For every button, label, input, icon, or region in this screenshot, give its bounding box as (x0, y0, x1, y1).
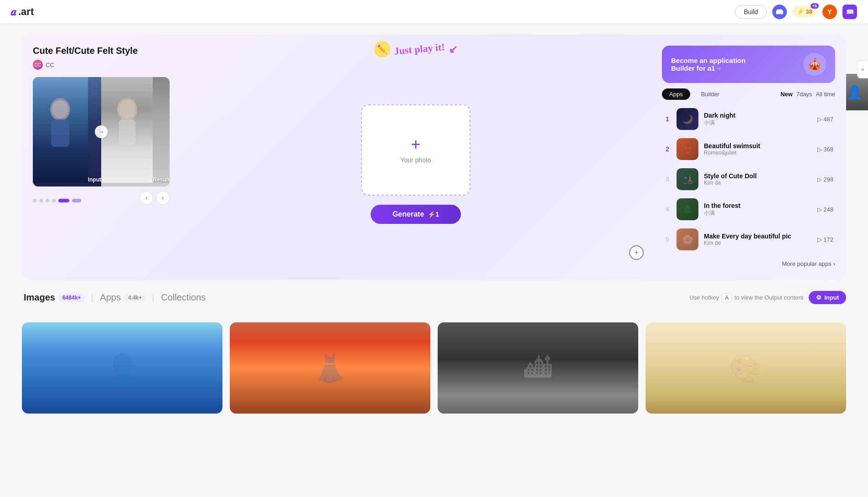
tab-images[interactable]: Images 6484k+ (22, 292, 86, 303)
app-stats-1: ▷ 487 (817, 116, 833, 123)
app-item-3[interactable]: 3 🎎 Style of Cute Doll Kim de ▷ 298 (662, 166, 835, 193)
main-content: « 👤 Cute Felt/Cute Felt Style CC CC (0, 24, 868, 425)
filter-alltime[interactable]: All time (816, 91, 835, 98)
app-item-2[interactable]: 2 👙 Beautiful swimsuit Romeo&juliet ▷ 36… (662, 135, 835, 163)
hero-section: Cute Felt/Cute Felt Style CC CC (22, 35, 846, 280)
dot-2 (39, 199, 43, 202)
photo-upload-box[interactable]: + Your photo (361, 104, 470, 196)
result-label: Result (153, 176, 170, 183)
add-more-button[interactable]: + (629, 245, 644, 260)
app-rank-1: 1 (664, 115, 671, 123)
become-builder-banner[interactable]: Become an application Builder for a1→ 🎪 (662, 46, 835, 83)
app-info-3: Style of Cute Doll Kim de (704, 172, 812, 186)
dot-4 (52, 199, 56, 202)
input-toggle-button[interactable]: ⚙ Input (809, 291, 846, 304)
app-rank-3: 3 (664, 176, 671, 183)
app-stats-5: ▷ 172 (817, 236, 833, 243)
author-name: CC (46, 62, 54, 68)
image-card-3[interactable]: 🏙 (438, 322, 638, 414)
app-stats-4: ▷ 248 (817, 206, 833, 213)
app-thumb-3: 🎎 (677, 168, 698, 190)
upload-label: Your photo (400, 156, 431, 164)
logo[interactable]: 𝒂 .art (11, 5, 34, 18)
user-avatar[interactable]: Y (822, 5, 837, 19)
app-name-4: In the forest (704, 202, 812, 209)
content-toolbar: Use hotkey A to view the Output content … (689, 291, 846, 304)
anime-right (101, 77, 153, 183)
apps-list: 1 🌙 Dark night 小满 ▷ 487 2 👙 (662, 105, 835, 253)
filter-new[interactable]: New (780, 91, 793, 98)
become-builder-text: Become an application Builder for a1→ (671, 57, 745, 72)
app-name-2: Beautiful swimsuit (704, 142, 812, 150)
tab-builder-button[interactable]: Builder (694, 88, 727, 100)
image-card-2[interactable]: 👗 (230, 322, 430, 414)
app-thumb-5: 🌸 (677, 228, 698, 250)
tab-collections[interactable]: Collections (159, 292, 207, 303)
more-apps-text: More popular apps (782, 260, 831, 267)
anime-left (33, 77, 88, 183)
tab-separator-1 (92, 293, 93, 302)
app-info-2: Beautiful swimsuit Romeo&juliet (704, 142, 812, 156)
image-card-1[interactable]: 👤 (22, 322, 222, 414)
carousel-dots (33, 199, 81, 202)
hotkey-use-text: Use hotkey (689, 294, 719, 301)
tab-apps-content-label: Apps (100, 292, 121, 303)
app-thumb-4: 🌲 (677, 198, 698, 220)
app-info-5: Make Every day beautiful pic Kim de (704, 233, 812, 246)
hotkey-suffix-text: to view the Output content (734, 294, 803, 301)
app-name-1: Dark night (704, 112, 812, 119)
logo-text: .art (18, 6, 34, 18)
app-author-5: Kim de (704, 240, 812, 246)
banner-line1: Become an application (671, 57, 745, 64)
apps-count-badge: 4.4k+ (124, 294, 145, 302)
carousel-row: ‹ › (33, 191, 170, 205)
hero-right-panel: Become an application Builder for a1→ 🎪 … (662, 46, 835, 269)
app-item-4[interactable]: 4 🌲 In the forest 小满 ▷ 248 (662, 196, 835, 223)
lightning-badge[interactable]: +5 ⚡ 38 (792, 6, 817, 17)
author-avatar: CC (33, 60, 43, 70)
discord-icon[interactable] (772, 5, 787, 19)
image-grid: 👤 👗 🏙 🎨 (22, 322, 846, 414)
image-card-4[interactable]: 🎨 (646, 322, 846, 414)
filter-7days[interactable]: 7days (796, 91, 812, 98)
apps-tab-row: Apps Builder New 7days All time (662, 88, 835, 100)
app-name-3: Style of Cute Doll (704, 172, 812, 180)
more-apps-link[interactable]: More popular apps › (662, 259, 835, 269)
dot-6 (72, 199, 81, 202)
sidebar-collapse-button[interactable]: « (857, 60, 868, 78)
app-thumb-1: 🌙 (677, 108, 698, 130)
hotkey-key: A (722, 293, 732, 302)
tab-apps[interactable]: Apps 4.4k+ (98, 292, 147, 303)
hero-left-panel: Cute Felt/Cute Felt Style CC CC (33, 46, 170, 269)
app-stats-3: ▷ 298 (817, 176, 833, 183)
app-item-5[interactable]: 5 🌸 Make Every day beautiful pic Kim de … (662, 226, 835, 253)
carousel-next-button[interactable]: › (156, 191, 170, 205)
content-tabs: Images 6484k+ Apps 4.4k+ Collections (22, 292, 207, 303)
generate-button[interactable]: Generate ⚡1 (371, 205, 461, 224)
images-count-badge: 6484k+ (59, 294, 84, 302)
split-arrow: → (95, 125, 108, 138)
app-author-4: 小满 (704, 209, 812, 217)
play-hint-arrow-icon: ↙ (449, 43, 458, 56)
bookmark-button[interactable]: 📖 (842, 5, 857, 19)
tab-images-label: Images (24, 292, 55, 303)
dot-1 (33, 199, 36, 202)
app-title: Cute Felt/Cute Felt Style (33, 46, 170, 56)
pencil-icon: ✏️ (374, 41, 390, 57)
banner-line2: Builder for a1→ (671, 64, 745, 72)
app-author-1: 小满 (704, 119, 812, 127)
app-item-1[interactable]: 1 🌙 Dark night 小满 ▷ 487 (662, 105, 835, 133)
plus-badge: +5 (811, 3, 819, 9)
build-button[interactable]: Build (735, 5, 766, 19)
app-rank-4: 4 (664, 206, 671, 213)
app-info-4: In the forest 小满 (704, 202, 812, 217)
carousel-prev-button[interactable]: ‹ (140, 191, 153, 205)
time-filters: New 7days All time (780, 91, 835, 98)
svg-point-5 (119, 100, 135, 119)
tab-apps-button[interactable]: Apps (662, 88, 690, 100)
input-btn-icon: ⚙ (816, 294, 822, 301)
input-btn-label: Input (824, 294, 839, 301)
author-row: CC CC (33, 60, 170, 70)
app-author-3: Kim de (704, 180, 812, 186)
svg-rect-4 (119, 119, 135, 145)
